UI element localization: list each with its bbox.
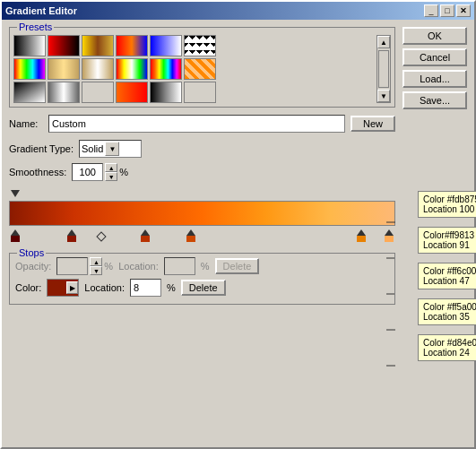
preset-swatch[interactable] — [184, 35, 216, 56]
color-stop-91[interactable] — [357, 229, 366, 242]
smoothness-input[interactable] — [72, 163, 103, 181]
color-stop-100[interactable] — [385, 229, 394, 242]
midpoint-marker[interactable] — [96, 231, 106, 241]
preset-swatch[interactable] — [48, 58, 80, 80]
presets-scrollbar[interactable]: ▲ ▼ — [376, 35, 391, 103]
tooltip-container: Color #fdb875Location 100 Color#ff9813Lo… — [418, 191, 476, 361]
color-stop-swatch-47 — [186, 236, 195, 242]
color-stop-swatch-100 — [385, 236, 394, 242]
preset-swatch[interactable] — [184, 82, 216, 103]
preset-swatch[interactable] — [82, 35, 114, 56]
cancel-button[interactable]: Cancel — [402, 48, 467, 66]
color-swatch-preview[interactable] — [48, 280, 66, 296]
scroll-down-arrow[interactable]: ▼ — [377, 90, 390, 102]
tooltip-3-text: Color #ff6c00Location 47 — [423, 266, 476, 286]
presets-content: ▲ ▼ — [13, 35, 391, 103]
opacity-stop-row: Opacity: ▲ ▼ % Location: % Delete — [15, 257, 389, 275]
preset-swatch[interactable] — [184, 58, 216, 80]
select-dropdown-arrow[interactable]: ▼ — [105, 142, 119, 156]
color-stop-row: Color: ▶ Location: % Delete — [15, 279, 389, 297]
tooltip-2: Color#ff9813Location 91 — [418, 227, 476, 254]
gradient-type-select[interactable]: Solid ▼ — [79, 140, 142, 158]
color-stop-swatch-0 — [11, 236, 20, 242]
color-stop-47[interactable] — [186, 229, 195, 242]
color-stop-arrow-91 — [357, 229, 366, 236]
opacity-arrows: ▲ ▼ — [90, 257, 102, 275]
opacity-down: ▼ — [90, 266, 102, 275]
preset-swatch[interactable] — [82, 82, 114, 103]
gradient-type-row: Gradient Type: Solid ▼ — [9, 140, 395, 158]
preset-swatch[interactable] — [82, 58, 114, 80]
preset-swatch[interactable] — [150, 58, 182, 80]
color-stop-arrow-100 — [385, 229, 394, 236]
gradient-bar[interactable] — [9, 201, 395, 226]
tooltip-1: Color #fdb875Location 100 — [418, 191, 476, 218]
opacity-location-input — [164, 257, 195, 275]
load-button[interactable]: Load... — [402, 70, 467, 88]
left-panel: Presets — [9, 27, 395, 305]
new-button[interactable]: New — [351, 116, 395, 132]
preset-swatch[interactable] — [116, 82, 148, 103]
ok-button[interactable]: OK — [402, 27, 467, 45]
smoothness-down-arrow[interactable]: ▼ — [105, 172, 117, 181]
opacity-spinner: ▲ ▼ % — [56, 257, 113, 275]
title-bar: Gradient Editor _ □ ✕ — [2, 2, 474, 20]
color-swatch[interactable]: ▶ — [47, 279, 79, 297]
tooltip-2-text: Color#ff9813Location 91 — [423, 230, 474, 250]
preset-swatch[interactable] — [116, 58, 148, 80]
scroll-up-arrow[interactable]: ▲ — [377, 36, 390, 48]
color-stop-0[interactable] — [11, 229, 20, 242]
tooltip-1-text: Color #fdb875Location 100 — [423, 194, 476, 214]
color-stop-35[interactable] — [141, 229, 150, 242]
presets-group: Presets — [9, 27, 395, 108]
color-arrow-button[interactable]: ▶ — [66, 281, 78, 294]
location-unit-opacity: % — [201, 261, 210, 272]
tooltip-4: Color #ff5a00Location 35 — [418, 298, 476, 325]
opacity-stop-marker[interactable] — [11, 190, 20, 197]
preset-swatch[interactable] — [13, 82, 46, 103]
preset-swatch[interactable] — [116, 35, 148, 56]
opacity-input — [56, 257, 88, 275]
color-label: Color: — [15, 282, 41, 293]
color-stop-arrow-18 — [67, 229, 76, 236]
opacity-label: Opacity: — [15, 261, 51, 272]
color-stop-18[interactable] — [67, 229, 76, 242]
content-area: Presets — [2, 20, 474, 312]
preset-swatch[interactable] — [13, 35, 46, 56]
color-stop-swatch-35 — [141, 236, 150, 242]
smoothness-row: Smoothness: ▲ ▼ % — [9, 163, 395, 181]
close-button[interactable]: ✕ — [456, 4, 471, 17]
tooltip-4-text: Color #ff5a00Location 35 — [423, 302, 476, 322]
scroll-thumb[interactable] — [378, 50, 389, 88]
color-swatch-container: ▶ — [47, 279, 79, 297]
tooltip-3: Color #ff6c00Location 47 — [418, 263, 476, 289]
smoothness-up-arrow[interactable]: ▲ — [105, 163, 117, 172]
name-input[interactable] — [48, 115, 345, 133]
preset-swatch[interactable] — [150, 35, 182, 56]
gradient-editor-window: Gradient Editor _ □ ✕ Presets — [0, 0, 476, 449]
delete-opacity-button: Delete — [215, 258, 260, 274]
location-label-color: Location: — [84, 282, 125, 293]
location-unit-color: % — [167, 282, 176, 293]
name-row: Name: New — [9, 115, 395, 133]
maximize-button[interactable]: □ — [440, 4, 454, 17]
preset-swatch[interactable] — [13, 58, 46, 80]
preset-swatch[interactable] — [150, 82, 182, 103]
preset-swatch[interactable] — [48, 35, 80, 56]
titlebar-controls: _ □ ✕ — [424, 4, 471, 17]
color-stop-arrow-35 — [141, 229, 150, 236]
smoothness-label: Smoothness: — [9, 167, 66, 177]
color-stop-swatch-91 — [357, 236, 366, 242]
tooltip-5-text: Color #d84e03Location 24 — [423, 338, 476, 358]
location-label-opacity: Location: — [118, 261, 159, 272]
color-stop-swatch-18 — [67, 236, 76, 242]
name-label: Name: — [9, 118, 43, 129]
minimize-button[interactable]: _ — [424, 4, 438, 17]
save-button[interactable]: Save... — [402, 91, 467, 109]
delete-color-button[interactable]: Delete — [181, 280, 226, 296]
color-location-input[interactable] — [130, 279, 161, 297]
opacity-stop-row — [9, 186, 395, 201]
window-title: Gradient Editor — [5, 5, 77, 16]
preset-swatch[interactable] — [48, 82, 80, 103]
gradient-bar-area: Color #fdb875Location 100 Color#ff9813Lo… — [9, 186, 395, 247]
